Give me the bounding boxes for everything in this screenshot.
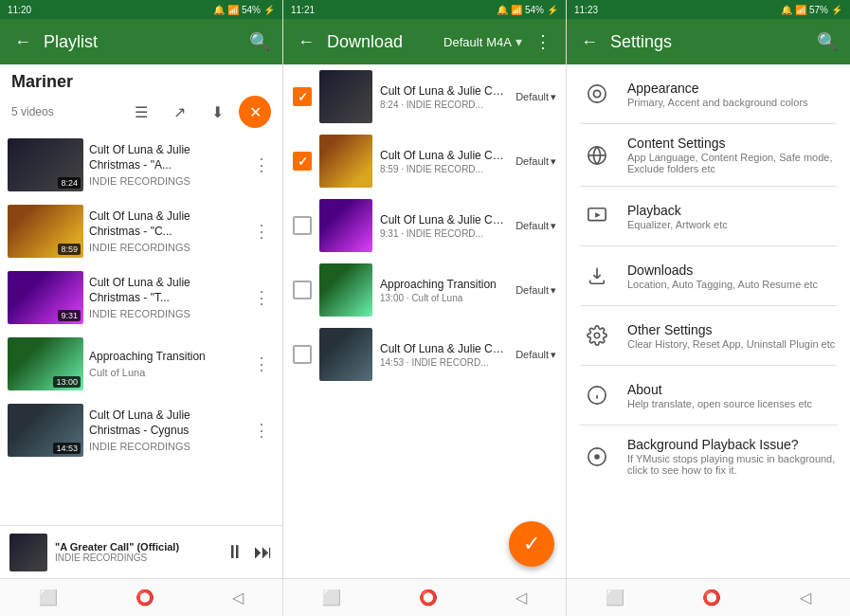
list-item[interactable]: 8:24 Cult Of Luna & Julie Christmas - "A… — [0, 132, 282, 198]
item-info: Cult Of Luna & Julie Christmas - "T... I… — [83, 276, 248, 318]
settings-item-playback[interactable]: Playback Equalizer, Artwork etc — [567, 187, 850, 245]
settings-item-downloads[interactable]: Downloads Location, Auto Tagging, Auto R… — [567, 246, 850, 305]
settings-text: Downloads Location, Auto Tagging, Auto R… — [627, 263, 837, 290]
download-thumbnail — [319, 263, 372, 317]
time-right: 11:23 — [574, 5, 598, 15]
background-playback-icon — [580, 440, 614, 474]
download-info: Cult Of Luna & Julie Christmas - "C... 8… — [380, 149, 508, 174]
download-info: Approaching Transition 13:00 · Cult of L… — [380, 278, 508, 303]
download-info: Cult Of Luna & Julie Christmas - "T... 9… — [380, 213, 508, 239]
list-item[interactable]: 9:31 Cult Of Luna & Julie Christmas - "T… — [0, 264, 282, 331]
item-format[interactable]: Default ▾ — [515, 220, 556, 232]
item-format[interactable]: Default ▾ — [515, 155, 556, 168]
settings-text: Background Playback Issue? If YMusic sto… — [627, 437, 837, 476]
playlist-title: Playlist — [44, 32, 239, 52]
item-thumbnail: 14:53 — [8, 404, 83, 457]
close-playlist-button[interactable]: ✕ — [239, 96, 271, 128]
downloads-icon — [580, 259, 614, 293]
time-mid: 11:21 — [291, 5, 315, 15]
item-format[interactable]: Default ▾ — [515, 284, 556, 297]
download-all-button[interactable]: ⬇ — [201, 96, 233, 128]
list-item[interactable]: 8:59 Cult Of Luna & Julie Christmas - "C… — [0, 198, 282, 264]
download-checkbox[interactable] — [293, 216, 312, 235]
settings-item-other[interactable]: Other Settings Clear History, Reset App,… — [567, 306, 850, 365]
settings-list: Appearance Primary, Accent and backgroun… — [567, 64, 850, 578]
skip-next-button[interactable]: ⏭ — [254, 541, 273, 563]
item-info: Approaching Transition Cult of Luna — [83, 350, 248, 378]
confirm-download-fab[interactable]: ✓ — [509, 521, 554, 567]
settings-item-appearance[interactable]: Appearance Primary, Accent and backgroun… — [567, 64, 850, 123]
more-options-button[interactable]: ⋮ — [248, 218, 275, 245]
more-options-button[interactable]: ⋮ — [248, 351, 275, 377]
nav-back-button[interactable]: ◁ — [515, 589, 527, 607]
item-duration: 8:59 — [58, 244, 81, 255]
sort-button[interactable]: ☰ — [125, 96, 157, 128]
back-button[interactable]: ← — [8, 27, 38, 57]
more-options-button[interactable]: ⋮ — [248, 284, 275, 311]
svg-point-6 — [594, 333, 600, 338]
download-thumbnail — [319, 328, 372, 381]
download-item[interactable]: Approaching Transition 13:00 · Cult of L… — [283, 258, 566, 322]
download-checkbox[interactable] — [293, 87, 312, 106]
download-checkbox[interactable] — [293, 152, 312, 171]
search-button[interactable]: 🔍 — [812, 27, 842, 57]
svg-point-1 — [593, 90, 600, 97]
playlist-heading: Mariner — [0, 64, 282, 94]
more-options-button[interactable]: ⋮ — [248, 152, 275, 178]
nav-square-button[interactable]: ⬜ — [606, 589, 624, 607]
bottom-nav-right: ⬜ ⭕ ◁ — [567, 578, 850, 616]
download-item[interactable]: Cult Of Luna & Julie Christmas - "C... 8… — [283, 129, 566, 193]
status-icons-right: 🔔 📶 57% ⚡ — [781, 5, 842, 15]
list-item[interactable]: 14:53 Cult Of Luna & Julie Christmas - C… — [0, 397, 282, 463]
item-info: Cult Of Luna & Julie Christmas - Cygnus … — [83, 408, 248, 451]
playlist-meta: 5 videos ☰ ↗ ⬇ ✕ — [0, 94, 282, 132]
other-settings-icon — [580, 318, 614, 353]
nav-circle-button[interactable]: ⭕ — [136, 589, 154, 607]
nav-back-button[interactable]: ◁ — [232, 589, 244, 607]
appearance-icon — [580, 77, 614, 111]
list-item[interactable]: 13:00 Approaching Transition Cult of Lun… — [0, 331, 282, 397]
status-icons-left: 🔔 📶 54% ⚡ — [213, 5, 275, 15]
back-button[interactable]: ← — [574, 27, 605, 57]
nav-square-button[interactable]: ⬜ — [39, 589, 58, 607]
item-thumbnail: 8:24 — [8, 138, 83, 191]
back-button[interactable]: ← — [291, 27, 321, 57]
download-title: Download — [327, 32, 438, 52]
nav-back-button[interactable]: ◁ — [800, 589, 811, 607]
item-thumbnail: 13:00 — [8, 337, 83, 390]
nav-circle-button[interactable]: ⭕ — [702, 589, 721, 607]
settings-title: Settings — [610, 32, 806, 52]
more-options-button[interactable]: ⋮ — [248, 417, 275, 444]
download-toolbar: ← Download Default M4A ▾ ⋮ — [283, 19, 566, 64]
item-format[interactable]: Default ▾ — [515, 91, 556, 103]
more-options-button[interactable]: ⋮ — [528, 27, 558, 57]
download-item[interactable]: Cult Of Luna & Julie Christmas - "A... 8… — [283, 64, 566, 129]
search-button[interactable]: 🔍 — [244, 27, 275, 57]
settings-text: Content Settings App Language, Content R… — [627, 136, 837, 174]
settings-item-content[interactable]: Content Settings App Language, Content R… — [567, 124, 850, 186]
settings-item-background[interactable]: Background Playback Issue? If YMusic sto… — [567, 426, 850, 487]
status-bar-right: 11:23 🔔 📶 57% ⚡ — [567, 0, 850, 19]
nav-circle-button[interactable]: ⭕ — [419, 589, 438, 607]
download-item[interactable]: Cult Of Luna & Julie Christmas - "T... 9… — [283, 193, 566, 258]
nav-square-button[interactable]: ⬜ — [322, 589, 341, 607]
download-checkbox[interactable] — [293, 281, 312, 299]
pause-button[interactable]: ⏸ — [226, 541, 244, 563]
settings-text: Playback Equalizer, Artwork etc — [627, 203, 837, 230]
status-bar-mid: 11:21 🔔 📶 54% ⚡ — [283, 0, 566, 19]
settings-item-about[interactable]: About Help translate, open source licens… — [567, 366, 850, 425]
share-button[interactable]: ↗ — [163, 96, 195, 128]
format-chevron-icon[interactable]: ▾ — [515, 34, 522, 49]
playlist-toolbar: ← Playlist 🔍 — [0, 19, 282, 64]
svg-marker-5 — [595, 212, 601, 218]
download-checkbox[interactable] — [293, 345, 312, 364]
download-info: Cult Of Luna & Julie Christmas - C... 14… — [380, 342, 508, 368]
download-info: Cult Of Luna & Julie Christmas - "A... 8… — [380, 84, 508, 110]
download-list: Cult Of Luna & Julie Christmas - "A... 8… — [283, 64, 566, 578]
svg-point-11 — [594, 454, 600, 460]
settings-text: Other Settings Clear History, Reset App,… — [627, 322, 837, 350]
settings-text: About Help translate, open source licens… — [627, 382, 837, 409]
download-item[interactable]: Cult Of Luna & Julie Christmas - C... 14… — [283, 322, 566, 387]
item-format[interactable]: Default ▾ — [515, 349, 556, 361]
playlist-panel: 11:20 🔔 📶 54% ⚡ ← Playlist 🔍 Mariner 5 v… — [0, 0, 283, 616]
